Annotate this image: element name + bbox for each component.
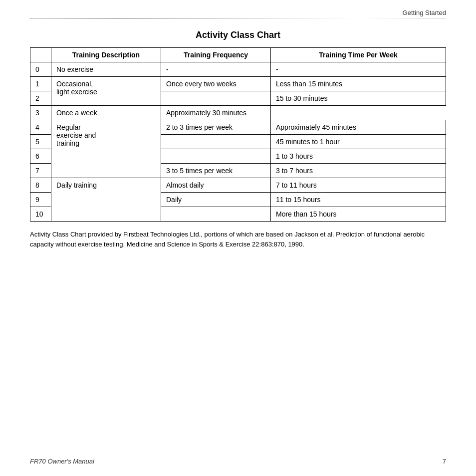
page-content: Activity Class Chart Training Descriptio… xyxy=(0,19,476,259)
cell-frequency: 2 to 3 times per week xyxy=(161,120,271,135)
cell-num: 3 xyxy=(30,106,51,120)
table-row: 4Regularexercise andtraining2 to 3 times… xyxy=(30,120,446,135)
cell-num: 5 xyxy=(30,135,51,149)
cell-time: - xyxy=(271,62,446,77)
cell-frequency: Once a week xyxy=(51,106,161,120)
cell-time: More than 15 hours xyxy=(271,207,446,222)
cell-num: 8 xyxy=(30,178,51,193)
cell-time: 7 to 11 hours xyxy=(271,178,446,193)
header-num xyxy=(30,48,51,62)
footnote: Activity Class Chart provided by Firstbe… xyxy=(30,230,446,249)
cell-description: No exercise xyxy=(51,62,161,77)
cell-time: Less than 15 minutes xyxy=(271,77,446,91)
cell-frequency: - xyxy=(161,62,271,77)
cell-frequency: Almost daily xyxy=(161,178,271,193)
activity-table: Training Description Training Frequency … xyxy=(30,47,446,222)
header-frequency: Training Frequency xyxy=(161,48,271,62)
cell-num: 0 xyxy=(30,62,51,77)
cell-num: 10 xyxy=(30,207,51,222)
cell-time: 15 to 30 minutes xyxy=(271,91,446,106)
table-row: 3Once a weekApproximately 30 minutes xyxy=(30,106,446,120)
table-row: 8Daily trainingAlmost daily7 to 11 hours xyxy=(30,178,446,193)
manual-name: FR70 Owner's Manual xyxy=(30,458,94,465)
cell-frequency: Daily xyxy=(161,193,271,207)
cell-frequency: Once every two weeks xyxy=(161,77,271,91)
page-number: 7 xyxy=(443,458,446,465)
cell-time: 11 to 15 hours xyxy=(271,193,446,207)
cell-num: 6 xyxy=(30,149,51,164)
cell-frequency xyxy=(161,91,271,106)
cell-frequency xyxy=(161,135,271,149)
header-time: Training Time Per Week xyxy=(271,48,446,62)
cell-num: 1 xyxy=(30,77,51,91)
cell-num: 2 xyxy=(30,91,51,106)
table-row: 1Occasional,light exerciseOnce every two… xyxy=(30,77,446,91)
cell-description: Regularexercise andtraining xyxy=(51,120,161,178)
cell-frequency xyxy=(161,207,271,222)
page-footer: FR70 Owner's Manual 7 xyxy=(30,458,446,465)
cell-time: Approximately 45 minutes xyxy=(271,120,446,135)
cell-num: 7 xyxy=(30,164,51,178)
table-row: 0No exercise-- xyxy=(30,62,446,77)
cell-time: 3 to 7 hours xyxy=(271,164,446,178)
header-description: Training Description xyxy=(51,48,161,62)
page-header: Getting Started xyxy=(0,0,476,18)
cell-description: Occasional,light exercise xyxy=(51,77,161,106)
cell-num: 9 xyxy=(30,193,51,207)
cell-description: Daily training xyxy=(51,178,161,222)
section-label: Getting Started xyxy=(403,9,446,16)
cell-frequency: 3 to 5 times per week xyxy=(161,164,271,178)
cell-num: 4 xyxy=(30,120,51,135)
page-title: Activity Class Chart xyxy=(30,30,446,40)
cell-frequency xyxy=(161,149,271,164)
cell-time: 1 to 3 hours xyxy=(271,149,446,164)
cell-time: Approximately 30 minutes xyxy=(161,106,271,120)
cell-time: 45 minutes to 1 hour xyxy=(271,135,446,149)
